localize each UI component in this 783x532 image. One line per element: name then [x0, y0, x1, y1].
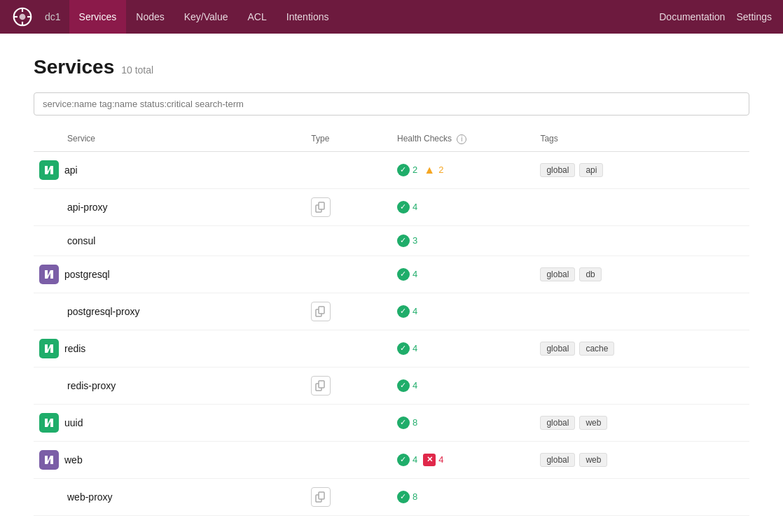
health-cell: ✓2▲2 [397, 164, 529, 176]
datacenter-label: dc1 [39, 11, 67, 22]
table-row[interactable]: redis✓4globalcache [34, 330, 749, 367]
check-green-icon: ✓ [397, 164, 410, 176]
table-row[interactable]: uuid✓8globalweb [34, 404, 749, 441]
service-name: api [64, 164, 78, 176]
service-tag: db [579, 267, 601, 281]
service-type-icon [39, 413, 59, 433]
service-tag: global [540, 416, 575, 430]
health-badge-green: ✓4 [397, 342, 417, 355]
health-badge-green: ✓4 [397, 201, 417, 214]
navbar: dc1 Services Nodes Key/Value ACL Intenti… [0, 0, 783, 34]
table-row[interactable]: consul✓3 [34, 225, 749, 255]
health-count-green: 4 [413, 380, 417, 391]
service-name: redis [64, 343, 85, 354]
health-count-green: 4 [413, 269, 417, 279]
table-row[interactable]: web✓4✕4globalweb [34, 441, 749, 478]
health-count-green: 2 [413, 164, 417, 175]
health-count-green: 4 [413, 202, 417, 212]
table-row[interactable]: api✓2▲2globalapi [34, 151, 749, 188]
page-count: 10 total [121, 64, 153, 76]
health-count-green: 8 [413, 491, 417, 502]
service-name: consul [67, 235, 95, 246]
health-badge-green: ✓8 [397, 416, 417, 429]
health-cell: ✓4 [397, 201, 529, 214]
col-header-service: Service [34, 130, 305, 151]
svg-rect-11 [319, 381, 324, 388]
health-count-green: 8 [413, 417, 417, 428]
col-header-type: Type [305, 130, 392, 151]
service-tag: api [579, 163, 603, 177]
table-row[interactable]: api-proxy ✓4 [34, 188, 749, 225]
main-content: Services 10 total Service Type Health Ch… [0, 34, 783, 532]
table-header: Service Type Health Checks i Tags [34, 130, 749, 151]
nav-keyvalue[interactable]: Key/Value [174, 0, 238, 34]
health-cell: ✓8 [397, 416, 529, 429]
service-tag: global [540, 267, 575, 281]
service-name: redis-proxy [67, 380, 116, 391]
health-cell: ✓3 [397, 234, 529, 247]
nav-nodes[interactable]: Nodes [126, 0, 174, 34]
check-green-icon: ✓ [397, 234, 410, 247]
service-name: uuid [64, 417, 83, 428]
proxy-type-icon [311, 376, 331, 396]
check-green-icon: ✓ [397, 416, 410, 429]
health-badge-green: ✓2 [397, 164, 417, 176]
service-type-icon [39, 160, 59, 180]
settings-link[interactable]: Settings [736, 11, 772, 22]
service-name: postgresql-proxy [67, 306, 140, 317]
health-cell: ✓4 [397, 305, 529, 318]
check-green-icon: ✓ [397, 342, 410, 355]
search-input[interactable] [34, 92, 749, 115]
nav-intentions[interactable]: Intentions [277, 0, 339, 34]
service-tag: web [579, 453, 607, 467]
health-cell: ✓4 [397, 342, 529, 355]
nav-acl[interactable]: ACL [238, 0, 277, 34]
service-type-icon [39, 339, 59, 358]
tags-cell: globalweb [540, 416, 744, 430]
services-table: Service Type Health Checks i Tags api✓2▲… [34, 130, 749, 516]
service-type-icon [39, 450, 59, 470]
consul-logo [11, 6, 34, 28]
check-warn-icon: ▲ [423, 164, 436, 176]
health-count-green: 3 [413, 235, 417, 246]
table-row[interactable]: web-proxy ✓8 [34, 478, 749, 515]
health-count-error: 4 [438, 454, 443, 465]
health-cell: ✓8 [397, 491, 529, 503]
check-green-icon: ✓ [397, 305, 410, 318]
service-tag: cache [579, 342, 614, 356]
health-count-green: 4 [413, 454, 417, 465]
documentation-link[interactable]: Documentation [659, 11, 725, 22]
nav-services[interactable]: Services [69, 0, 127, 34]
proxy-type-icon [311, 302, 331, 321]
navbar-right: Documentation Settings [659, 11, 772, 22]
health-count-green: 4 [413, 343, 417, 354]
health-badge-green: ✓4 [397, 305, 417, 318]
service-name: web-proxy [67, 491, 113, 503]
health-badge-error: ✕4 [423, 454, 443, 466]
table-row[interactable]: postgresql-proxy ✓4 [34, 293, 749, 330]
health-cell: ✓4 [397, 268, 529, 281]
service-tag: global [540, 453, 575, 467]
table-row[interactable]: postgresql✓4globaldb [34, 255, 749, 293]
check-green-icon: ✓ [397, 491, 410, 503]
table-row[interactable]: redis-proxy ✓4 [34, 367, 749, 404]
proxy-type-icon [311, 197, 331, 217]
health-badge-green: ✓8 [397, 491, 417, 503]
service-name: postgresql [64, 269, 110, 280]
health-cell: ✓4✕4 [397, 454, 529, 466]
col-header-tags: Tags [534, 130, 749, 151]
service-name: api-proxy [67, 202, 108, 213]
svg-rect-13 [319, 492, 324, 499]
health-count-warn: 2 [438, 164, 443, 175]
proxy-type-icon [311, 487, 331, 507]
health-cell: ✓4 [397, 379, 529, 392]
check-green-icon: ✓ [397, 454, 410, 466]
svg-rect-7 [319, 202, 324, 209]
service-name: web [64, 454, 83, 465]
health-count-green: 4 [413, 306, 417, 316]
col-header-health: Health Checks i [392, 130, 534, 151]
svg-point-1 [20, 14, 26, 20]
service-type-icon [39, 265, 59, 284]
service-tag: global [540, 163, 575, 177]
svg-rect-9 [319, 307, 324, 314]
